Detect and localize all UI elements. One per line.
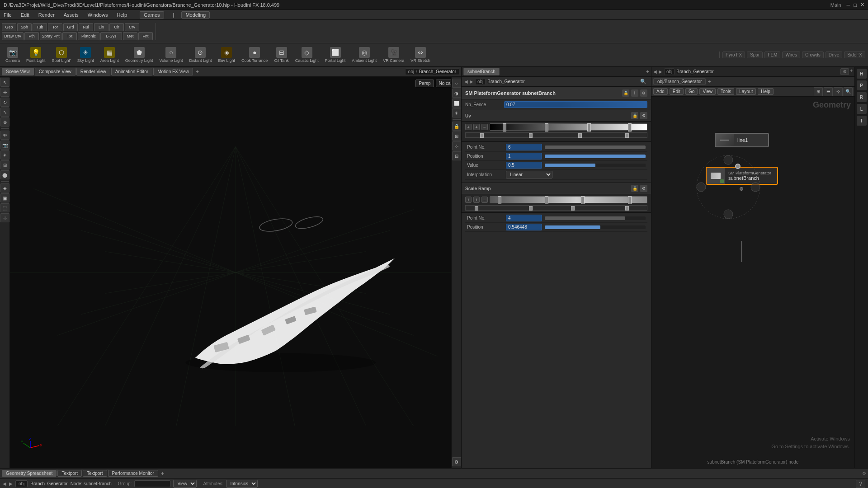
props-info-btn[interactable]: i	[631, 89, 638, 97]
ng-list-btn[interactable]: ☰	[824, 87, 833, 96]
uv-lock-btn[interactable]: 🔒	[631, 112, 638, 119]
props-search-btn[interactable]: 🔍	[640, 79, 646, 84]
light-display-btn[interactable]: ☀	[452, 108, 461, 117]
bp-settings-btn[interactable]: ⚙	[862, 471, 866, 476]
scale-point-no-field[interactable]: 4	[506, 215, 542, 221]
sp-nav-back[interactable]: ◀	[3, 481, 6, 486]
scale-ramp-add-btn[interactable]: +	[465, 197, 472, 203]
area-light-btn[interactable]: ▦ Area Light	[98, 46, 122, 64]
props-network[interactable]: Branch_Generator	[487, 79, 524, 84]
platonic-btn[interactable]: Platonic	[78, 32, 99, 40]
pyro-btn[interactable]: Pyro FX	[722, 52, 745, 58]
ng-frame-btn[interactable]: ⊞	[814, 87, 823, 96]
metaball-btn[interactable]: Met	[123, 32, 137, 40]
render-region[interactable]: ▣	[0, 193, 9, 202]
ramp-add-btn[interactable]: +	[473, 124, 480, 130]
handle-tool[interactable]: ⊕	[0, 117, 9, 127]
nav-fwd-btn[interactable]: ▶	[470, 79, 473, 84]
background-img[interactable]: ⬚	[0, 203, 9, 212]
ng-nav-fwd[interactable]: ▶	[659, 69, 662, 74]
scale-ramp-add2-btn[interactable]: +	[473, 197, 480, 203]
scale-ctrl-handle-3[interactable]	[571, 206, 575, 211]
nb-fence-value-field[interactable]: 0.07	[504, 101, 647, 108]
scale-pos-field[interactable]: 0.546448	[506, 224, 542, 230]
node-input-port[interactable]	[735, 164, 741, 169]
position-slider[interactable]	[545, 155, 646, 158]
settings-icon[interactable]: ⚙	[452, 457, 461, 466]
tab-animation-editor[interactable]: Animation Editor	[111, 68, 152, 75]
node-graph-canvas[interactable]: Geometry line1 SM PlateformGenerator	[651, 97, 854, 468]
camera-view-tool[interactable]: 📷	[0, 141, 9, 150]
vr-camera-btn[interactable]: 🎥 VR Camera	[380, 46, 407, 64]
nb-fence-slider[interactable]	[561, 102, 647, 108]
curve-btn[interactable]: Crv	[125, 23, 139, 31]
ng-settings-btn[interactable]: ⚙	[840, 68, 849, 75]
re-icon-4[interactable]: L	[857, 104, 867, 114]
ng-edit-btn[interactable]: Edit	[670, 88, 684, 95]
sidef-btn[interactable]: SideFX	[844, 52, 865, 58]
tab-textport-1[interactable]: Textport	[57, 470, 82, 477]
menu-assets[interactable]: Assets	[62, 11, 80, 19]
re-icon-3[interactable]: R	[857, 92, 867, 102]
tab-performance-monitor[interactable]: Performance Monitor	[108, 470, 158, 477]
path-btn[interactable]: Pth	[24, 32, 39, 40]
transform-tool[interactable]: ✛	[0, 88, 9, 97]
scale-handle-3[interactable]	[581, 196, 585, 204]
scale-ramp-gear-btn[interactable]: ⚙	[640, 185, 647, 192]
font-btn[interactable]: Fnt	[138, 32, 153, 40]
ramp-ctrl-handle-4[interactable]	[625, 133, 629, 138]
drawcurve-btn[interactable]: Draw Crv	[2, 32, 24, 40]
ramp-control-bar[interactable]	[465, 132, 647, 138]
camera-dropdown[interactable]: Persp	[415, 80, 434, 87]
tab-motion-fx[interactable]: Motion FX View	[153, 68, 193, 75]
point-no-field[interactable]: 6	[506, 144, 542, 150]
ramp-handle-4[interactable]	[628, 123, 632, 131]
ng-tab-branch[interactable]: obj/Branch_Generator	[653, 78, 706, 85]
scale-ctrl-handle-4[interactable]	[625, 206, 629, 211]
interpolation-select[interactable]: Linear Constant Catmull-Rom Monotone Cub…	[506, 171, 552, 178]
scale-ramp-lock-btn[interactable]: 🔒	[631, 185, 638, 192]
uv-gear-btn[interactable]: ⚙	[640, 112, 647, 119]
vis-btn[interactable]: ○	[452, 79, 461, 88]
ramp-expand-btn[interactable]: +	[465, 124, 472, 130]
ng-view-btn[interactable]: View	[699, 88, 716, 95]
ng-tools-btn[interactable]: Tools	[717, 88, 734, 95]
drive-btn[interactable]: Drive	[826, 52, 842, 58]
tab-geometry-spreadsheet[interactable]: Geometry Spreadsheet	[2, 470, 57, 477]
sp-nav-fwd[interactable]: ▶	[9, 481, 13, 486]
tube-btn[interactable]: Tub	[33, 23, 47, 31]
torus-btn[interactable]: Tor	[48, 23, 62, 31]
minimize-btn[interactable]: ─	[847, 2, 850, 8]
tab-render-view[interactable]: Render View	[76, 68, 110, 75]
text-btn[interactable]: Txt	[62, 32, 77, 40]
ramp-handle-2[interactable]	[545, 123, 548, 131]
point-no-slider[interactable]	[545, 145, 646, 149]
view-select[interactable]: View	[173, 480, 197, 488]
light-tool[interactable]: ☀	[0, 150, 9, 160]
sphere-btn[interactable]: Sph	[17, 23, 32, 31]
viewport-breadcrumb-obj[interactable]: obj	[408, 69, 414, 74]
ng-layout-btn[interactable]: Layout	[736, 88, 756, 95]
geometry-light-btn[interactable]: ⬟ Geometry Light	[123, 46, 156, 64]
ramp-ctrl-handle-2[interactable]	[529, 133, 533, 138]
circle-btn[interactable]: Cir	[109, 23, 124, 31]
scale-point-slider[interactable]	[545, 216, 646, 220]
menu-help[interactable]: Help	[115, 11, 129, 19]
scale-handle-4[interactable]	[628, 196, 632, 204]
display-options[interactable]: ◈	[0, 183, 9, 192]
node-output-port[interactable]	[740, 187, 743, 191]
tab-scene-view[interactable]: Scene View	[2, 68, 34, 75]
group-input[interactable]	[134, 480, 170, 487]
intrinsics-select[interactable]: Intrinsics	[226, 480, 258, 488]
env-light-btn[interactable]: ◈ Env Light	[215, 46, 238, 64]
sp-network-btn[interactable]: Branch_Generator	[30, 481, 67, 486]
orientation-btn[interactable]: ⊹	[452, 141, 461, 150]
vr-stretch-btn[interactable]: ⇔ VR Stretch	[408, 46, 433, 64]
re-icon-1[interactable]: H	[857, 69, 867, 79]
grid-display-btn[interactable]: ⊟	[452, 151, 461, 160]
wire-btn[interactable]: ⬜	[452, 99, 461, 108]
node-line1[interactable]: line1	[715, 133, 769, 147]
grid-btn[interactable]: Grd	[63, 23, 78, 31]
ng-tree-btn[interactable]: ⊹	[834, 87, 843, 96]
oil-tank-btn[interactable]: ⊟ Oil Tank	[271, 46, 291, 64]
